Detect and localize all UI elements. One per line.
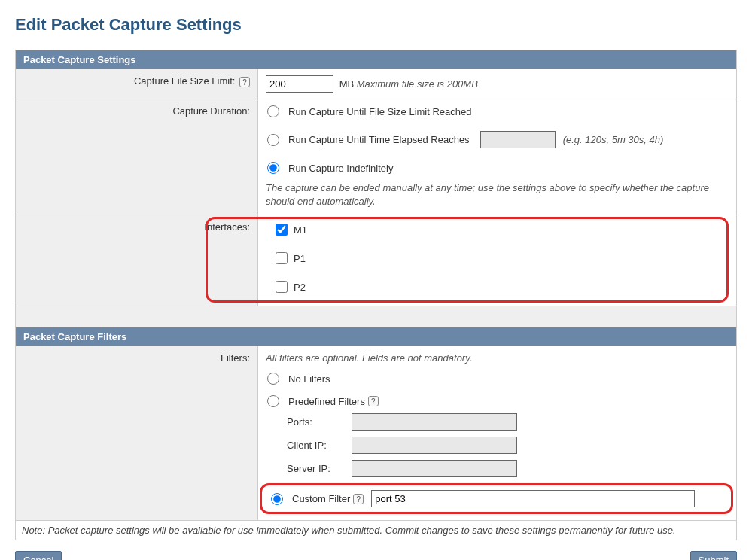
- file-size-input[interactable]: [266, 75, 333, 93]
- cancel-button[interactable]: Cancel: [15, 551, 62, 560]
- input-client-ip[interactable]: [352, 437, 517, 454]
- radio-custom[interactable]: [271, 493, 283, 505]
- radio-indef-label: Run Capture Indefinitely: [288, 163, 393, 174]
- button-row: Cancel Submit: [15, 551, 737, 560]
- section-header-filters: Packet Capture Filters: [16, 327, 736, 346]
- radio-no-filters-label: No Filters: [288, 373, 330, 385]
- interfaces-highlight: M1 P1 P2: [206, 217, 729, 303]
- label-client-ip: Client IP:: [287, 440, 352, 451]
- input-custom-filter[interactable]: [371, 490, 695, 507]
- checkbox-m1-label: M1: [294, 224, 307, 236]
- help-icon[interactable]: ?: [368, 396, 379, 406]
- settings-panel: Packet Capture Settings Capture File Siz…: [15, 50, 737, 540]
- radio-no-filters[interactable]: [267, 373, 279, 385]
- help-icon[interactable]: ?: [353, 494, 364, 504]
- row-filters: Filters: All filters are optional. Field…: [16, 346, 736, 520]
- filters-intro: All filters are optional. Fields are not…: [266, 352, 729, 364]
- section-header-settings: Packet Capture Settings: [16, 50, 736, 69]
- spacer: [16, 306, 736, 327]
- time-input[interactable]: [480, 131, 556, 148]
- row-file-size: Capture File Size Limit: ? MB Maximum fi…: [16, 69, 736, 99]
- label-file-size: Capture File Size Limit: ?: [16, 69, 258, 99]
- file-size-hint: Maximum file size is 200MB: [357, 78, 478, 90]
- footer-note: Note: Packet capture settings will be av…: [16, 520, 736, 540]
- radio-until-time-label: Run Capture Until Time Elapsed Reaches: [288, 134, 470, 145]
- time-hint: (e.g. 120s, 5m 30s, 4h): [563, 134, 664, 145]
- checkbox-p1[interactable]: [276, 252, 288, 264]
- submit-button[interactable]: Submit: [690, 551, 737, 560]
- radio-predefined-label: Predefined Filters: [288, 396, 365, 407]
- page-title: Edit Packet Capture Settings: [15, 15, 737, 35]
- radio-until-size[interactable]: [267, 105, 279, 117]
- radio-until-time[interactable]: [267, 134, 279, 146]
- label-ports: Ports:: [287, 416, 352, 428]
- checkbox-p2[interactable]: [276, 281, 288, 293]
- checkbox-m1[interactable]: [276, 224, 288, 236]
- label-server-ip: Server IP:: [287, 463, 352, 474]
- row-interfaces: Interfaces: M1 P1 P2: [16, 215, 736, 306]
- predefined-fields: Ports: Client IP: Server IP:: [287, 413, 729, 477]
- radio-custom-label: Custom Filter: [292, 493, 350, 504]
- input-server-ip[interactable]: [352, 460, 517, 477]
- help-icon[interactable]: ?: [239, 77, 250, 87]
- label-duration: Capture Duration:: [16, 99, 258, 215]
- unit-mb: MB: [339, 78, 355, 90]
- custom-filter-highlight: Custom Filter ?: [260, 483, 733, 514]
- checkbox-p2-label: P2: [294, 282, 306, 293]
- row-duration: Capture Duration: Run Capture Until File…: [16, 99, 736, 215]
- input-ports[interactable]: [352, 413, 517, 431]
- radio-until-size-label: Run Capture Until File Size Limit Reache…: [288, 106, 472, 117]
- checkbox-p1-label: P1: [294, 253, 306, 264]
- radio-indef[interactable]: [267, 162, 279, 174]
- duration-note: The capture can be ended manually at any…: [266, 181, 729, 208]
- radio-predefined[interactable]: [267, 395, 279, 407]
- label-filters: Filters:: [16, 346, 258, 520]
